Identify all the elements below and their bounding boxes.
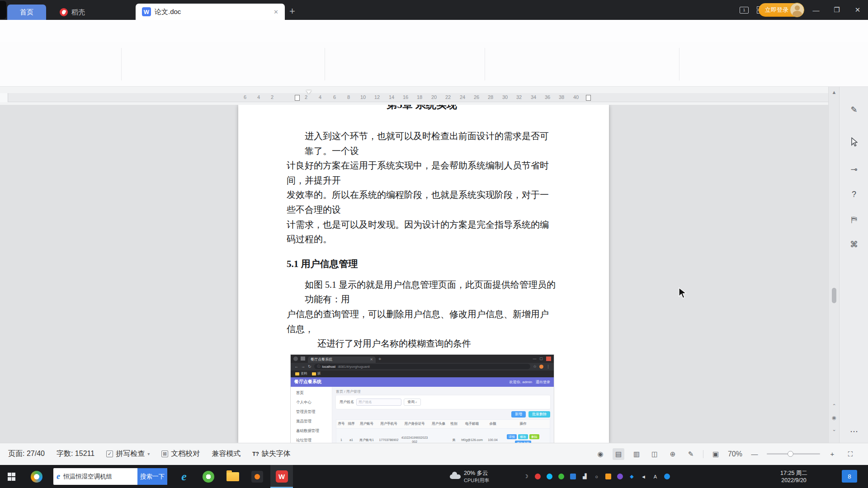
ink-view-icon[interactable]: ✎ bbox=[685, 448, 697, 460]
fit-page-icon[interactable]: ▣ bbox=[710, 448, 722, 460]
ie-icon: e bbox=[181, 470, 187, 483]
browse-object-icon[interactable]: ◉ bbox=[829, 415, 840, 421]
toolbar: 粘贴▾ ✂剪切 ⧉复制 格式刷 宋体▾ 小四▾ A⁺ A⁻ ◇ wén▾ B I… bbox=[0, 42, 868, 87]
right-indent-marker[interactable] bbox=[586, 95, 591, 101]
green-browser-button[interactable] bbox=[197, 465, 220, 488]
tray-wechat-icon[interactable] bbox=[558, 474, 564, 479]
browser-profile-icon bbox=[293, 357, 298, 361]
tray-tim-icon[interactable] bbox=[547, 474, 552, 479]
new-tab-button[interactable]: + bbox=[289, 5, 295, 17]
tray-network-icon[interactable]: ▟ bbox=[582, 474, 588, 479]
browser-360-button[interactable] bbox=[25, 465, 48, 488]
tray-ime-icon[interactable]: A bbox=[652, 474, 658, 479]
start-button[interactable] bbox=[0, 465, 23, 488]
tab-home[interactable]: 首页 bbox=[7, 5, 46, 20]
scroll-up-icon[interactable]: ▲ bbox=[829, 89, 840, 95]
fullscreen-icon[interactable]: ⛶ bbox=[844, 448, 856, 460]
tray-volume-icon[interactable]: ◄ bbox=[641, 474, 646, 479]
tab-document[interactable]: W 论文.doc ✕ bbox=[136, 4, 285, 20]
sign-icon[interactable]: ⌘ bbox=[840, 239, 868, 249]
missing-font-button[interactable]: T? 缺失字体 bbox=[252, 449, 291, 459]
tab-home-label: 首页 bbox=[20, 8, 33, 17]
vertical-scrollbar[interactable]: ▲ ⌃ ◉ ⌄ bbox=[828, 87, 839, 443]
tray-qq-icon[interactable] bbox=[535, 474, 541, 479]
taskbar-clock[interactable]: 17:25 周二 2022/9/20 bbox=[769, 465, 819, 488]
tray-shield-icon[interactable] bbox=[570, 474, 576, 479]
folder-icon bbox=[295, 372, 299, 375]
tray-alert-icon[interactable] bbox=[605, 474, 611, 479]
tab-document-label: 论文.doc bbox=[155, 8, 181, 16]
zoom-out-icon[interactable]: — bbox=[749, 448, 760, 460]
ribbon-row: ☰ 文件 ↶▾ ↷ ⌄ 开始 插入 页面布局 引用 审阅 视图 章节 开发工具 … bbox=[0, 20, 868, 42]
wps-button[interactable]: W bbox=[270, 465, 293, 488]
left-edge-bar bbox=[0, 1, 6, 19]
browser-menu-icon: ⋮ bbox=[546, 364, 550, 369]
prev-page-icon[interactable]: ⌃ bbox=[829, 403, 840, 409]
tab-docer-label: 稻壳 bbox=[71, 8, 85, 17]
left-indent-marker[interactable] bbox=[295, 95, 300, 101]
side-tool-panel: ✎ ⊸ ? ⛿ ⌘ ⋯ bbox=[839, 87, 868, 443]
close-button[interactable]: ✕ bbox=[847, 0, 868, 20]
compat-mode[interactable]: 兼容模式 bbox=[212, 449, 241, 459]
zoom-slider-handle[interactable] bbox=[788, 451, 793, 457]
scrollbar-thumb[interactable] bbox=[832, 288, 836, 303]
figure-search-card: 用户姓名 查询⌕ bbox=[336, 395, 550, 409]
figure-app-sidebar: 首页 个人中心 管理员管理 菜品管理 基础数据管理 论坛管理 公告信息管理 用户… bbox=[291, 387, 332, 443]
browser-newtab-icon: + bbox=[378, 356, 381, 361]
restore-button[interactable]: ❐ bbox=[826, 0, 847, 20]
stamp-icon[interactable]: ⛿ bbox=[840, 215, 868, 225]
tray-bell-icon[interactable]: ○ bbox=[594, 474, 599, 479]
weather-widget[interactable]: 20% 多云 CPU利用率 bbox=[450, 465, 489, 488]
folder-icon bbox=[226, 472, 239, 481]
tray-moon-icon[interactable]: ☽ bbox=[523, 474, 529, 479]
wps-icon: W bbox=[276, 470, 288, 483]
first-line-indent-marker[interactable] bbox=[306, 90, 311, 97]
browser-close-icon bbox=[546, 357, 551, 361]
paragraph-2: 如图 5.1 显示的就是用户信息管理页面，此页面提供给管理员的功能有：用 户信息… bbox=[287, 277, 557, 336]
mobile-sync-icon[interactable]: 1 bbox=[740, 7, 749, 14]
explorer-button[interactable] bbox=[222, 465, 244, 488]
document-canvas[interactable]: 第5章 系统实现 进入到这个环节，也就可以及时检查出前面设计的需求是否可靠了。一… bbox=[0, 105, 828, 443]
taskbar-search[interactable]: e 恒温恒湿空调机组 搜索一下 bbox=[53, 468, 167, 485]
book-view-icon[interactable]: ◫ bbox=[649, 448, 660, 460]
spellcheck-toggle[interactable]: ✓ 拼写检查▾ bbox=[106, 449, 150, 459]
help-icon[interactable]: ? bbox=[840, 190, 868, 199]
pointer-tool-icon[interactable] bbox=[840, 137, 868, 147]
page-view-icon[interactable]: ▤ bbox=[613, 448, 624, 460]
zoom-slider[interactable] bbox=[767, 453, 820, 455]
eye-protect-icon[interactable]: ◉ bbox=[594, 448, 606, 460]
login-button[interactable]: 立即登录 bbox=[759, 3, 804, 17]
figure-user-table: 序号排序 用户账号用户手机号 用户身份证号用户头像 性别电子邮箱 余额操作 1a… bbox=[336, 419, 550, 443]
zoom-level[interactable]: 70% bbox=[728, 450, 742, 458]
section-heading: 5.1 用户信息管理 bbox=[287, 258, 557, 270]
word-count[interactable]: 字数: 15211 bbox=[57, 449, 94, 459]
panel-more-icon[interactable]: ⋯ bbox=[840, 427, 868, 436]
outline-view-icon[interactable]: ▥ bbox=[631, 448, 642, 460]
notification-badge[interactable]: 8 bbox=[842, 470, 857, 483]
node-tool-icon[interactable]: ⊸ bbox=[840, 164, 868, 174]
titlebar: 首页 稻壳 W 论文.doc ✕ + 1 立即登录 — ❐ ✕ bbox=[0, 0, 868, 20]
tab-docer[interactable]: 稻壳 bbox=[53, 5, 99, 20]
minimize-button[interactable]: — bbox=[806, 0, 826, 20]
ruler[interactable]: 6 4 2 2 4 6 8 10 12 14 16 18 20 22 24 26… bbox=[0, 87, 828, 105]
dark-app-button[interactable] bbox=[246, 465, 269, 488]
taskbar-search-button[interactable]: 搜索一下 bbox=[137, 468, 167, 485]
weather-text: 20% 多云 bbox=[464, 469, 489, 477]
browser-app-icon bbox=[301, 357, 305, 361]
ie-button[interactable]: e bbox=[173, 465, 195, 488]
bookmark-star-icon: ☆ bbox=[533, 364, 537, 369]
document-page[interactable]: 第5章 系统实现 进入到这个环节，也就可以及时检查出前面设计的需求是否可靠了。一… bbox=[238, 105, 609, 443]
zoom-in-icon[interactable]: + bbox=[826, 448, 838, 460]
date-text: 2022/9/20 bbox=[781, 477, 807, 484]
tab-close-icon[interactable]: ✕ bbox=[274, 9, 278, 15]
edit-pen-icon[interactable]: ✎ bbox=[840, 105, 868, 115]
browser-tab: 餐厅点餐系统✕ bbox=[308, 357, 376, 363]
tray-netdisk-icon[interactable] bbox=[617, 474, 623, 479]
proofing-button[interactable]: ⊠ 文档校对 bbox=[161, 449, 200, 459]
next-page-icon[interactable]: ⌄ bbox=[829, 427, 840, 432]
swirl-icon bbox=[31, 471, 42, 483]
figure-app-header: 餐厅点餐系统 欢迎你, admin退出登录 bbox=[291, 377, 554, 387]
web-view-icon[interactable]: ⊕ bbox=[667, 448, 679, 460]
tray-bluetooth-icon[interactable]: ◆ bbox=[629, 474, 635, 479]
tray-search-icon[interactable] bbox=[664, 474, 670, 479]
